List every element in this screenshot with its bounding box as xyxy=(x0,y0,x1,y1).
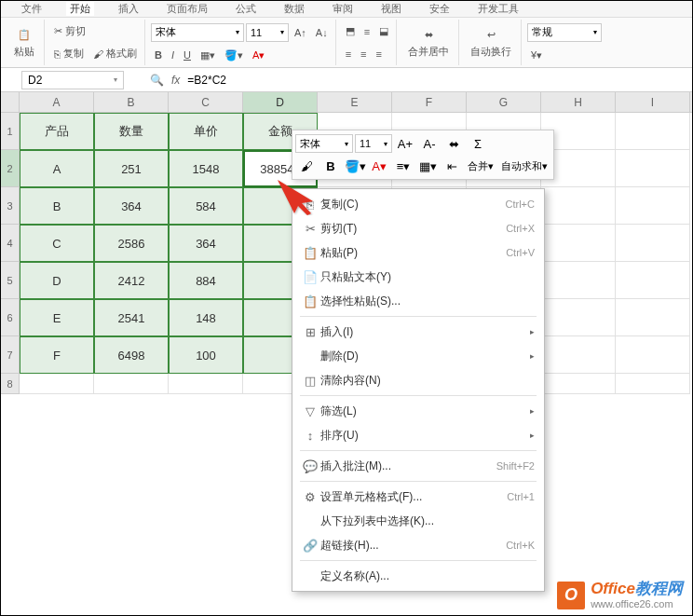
align-bottom-button[interactable]: ⬓ xyxy=(375,24,392,38)
cell-H6[interactable] xyxy=(541,299,616,336)
col-header-F[interactable]: F xyxy=(392,92,467,112)
wrap-text-button[interactable]: ↩ 自动换行 xyxy=(465,24,517,61)
ribbon-tab-dev[interactable]: 开发工具 xyxy=(474,2,523,16)
ribbon-tab-review[interactable]: 审阅 xyxy=(329,2,357,16)
menu-insert[interactable]: ⊞插入(I)▸ xyxy=(292,320,544,344)
cell-C4[interactable]: 364 xyxy=(169,225,243,262)
align-center-button[interactable]: ≡ xyxy=(357,48,370,61)
col-header-D[interactable]: D xyxy=(243,92,318,112)
cell-A5[interactable]: D xyxy=(20,262,94,299)
cell-C2[interactable]: 1548 xyxy=(169,150,243,187)
mini-font-size-dropdown[interactable]: 11▾ xyxy=(355,134,392,153)
bold-button[interactable]: B xyxy=(151,48,166,62)
ribbon-tab-formula[interactable]: 公式 xyxy=(232,2,260,16)
cell-I2[interactable] xyxy=(616,150,690,187)
menu-cut[interactable]: ✂剪切(T)Ctrl+X xyxy=(292,216,544,240)
ribbon-tab-view[interactable]: 视图 xyxy=(377,2,405,16)
cell[interactable] xyxy=(94,374,169,394)
cell-I3[interactable] xyxy=(616,187,690,225)
mini-align-button[interactable]: ≡▾ xyxy=(392,156,414,176)
currency-button[interactable]: ¥▾ xyxy=(527,48,546,62)
mini-font-shrink-button[interactable]: A- xyxy=(418,133,441,154)
ribbon-tab-security[interactable]: 安全 xyxy=(426,2,454,16)
menu-paste-special[interactable]: 📋选择性粘贴(S)... xyxy=(292,289,544,313)
row-header-2[interactable]: 2 xyxy=(1,150,20,187)
mini-fill-color-button[interactable]: 🪣▾ xyxy=(344,156,366,176)
cell-B2[interactable]: 251 xyxy=(94,150,169,187)
fill-color-button[interactable]: 🪣▾ xyxy=(221,48,247,62)
font-color-button[interactable]: A▾ xyxy=(249,48,268,62)
mini-format-painter-button[interactable]: 🖌 xyxy=(295,156,318,176)
cell-C3[interactable]: 584 xyxy=(169,187,243,225)
col-header-G[interactable]: G xyxy=(467,92,541,112)
cell-A6[interactable]: E xyxy=(20,299,94,336)
cell-H5[interactable] xyxy=(541,262,616,299)
merge-center-button[interactable]: ⬌ 合并居中 xyxy=(402,24,455,61)
format-painter-button[interactable]: 🖌格式刷 xyxy=(89,46,141,62)
mini-merge-icon-button[interactable]: ⬌ xyxy=(442,133,465,154)
cell-I1[interactable] xyxy=(616,113,690,150)
cell[interactable] xyxy=(169,374,243,394)
name-box-dropdown-icon[interactable]: ▾ xyxy=(114,75,117,84)
mini-bold-button[interactable]: B xyxy=(319,156,342,176)
name-box[interactable]: D2 ▾ xyxy=(21,71,124,89)
mini-indent-button[interactable]: ⇤ xyxy=(441,156,463,176)
search-icon[interactable]: 🔍 xyxy=(150,74,164,87)
menu-delete[interactable]: 删除(D)▸ xyxy=(292,344,544,368)
font-family-dropdown[interactable]: 宋体▾ xyxy=(151,23,244,42)
menu-filter[interactable]: ▽筛选(L)▸ xyxy=(292,399,544,423)
row-header-8[interactable]: 8 xyxy=(1,374,20,394)
menu-hyperlink[interactable]: 🔗超链接(H)...Ctrl+K xyxy=(292,533,544,557)
cell-A7[interactable]: F xyxy=(20,336,94,374)
border-button[interactable]: ▦▾ xyxy=(197,48,219,62)
cell-B5[interactable]: 2412 xyxy=(94,262,169,299)
cell-C1[interactable]: 单价 xyxy=(169,113,243,150)
menu-paste-text[interactable]: 📄只粘贴文本(Y) xyxy=(292,265,544,289)
cell-A3[interactable]: B xyxy=(20,187,94,225)
cell-C6[interactable]: 148 xyxy=(169,299,243,336)
cell-I4[interactable] xyxy=(616,225,690,262)
paste-button[interactable]: 📋 粘贴 xyxy=(8,24,40,61)
col-header-I[interactable]: I xyxy=(616,92,690,112)
number-format-dropdown[interactable]: 常规▾ xyxy=(527,23,602,42)
mini-autosum-icon-button[interactable]: Σ xyxy=(467,133,489,154)
row-header-1[interactable]: 1 xyxy=(1,113,20,150)
cell-I7[interactable] xyxy=(616,336,690,374)
cell-H3[interactable] xyxy=(541,187,616,225)
ribbon-tab-data[interactable]: 数据 xyxy=(280,2,308,16)
mini-autosum-button[interactable]: 自动求和▾ xyxy=(498,156,550,176)
font-grow-button[interactable]: A↑ xyxy=(291,26,310,39)
select-all-corner[interactable] xyxy=(1,92,20,112)
col-header-H[interactable]: H xyxy=(541,92,616,112)
cell-I5[interactable] xyxy=(616,262,690,299)
col-header-E[interactable]: E xyxy=(318,92,392,112)
cell-B4[interactable]: 2586 xyxy=(94,225,169,262)
menu-copy[interactable]: ⎘复制(C)Ctrl+C xyxy=(292,192,544,216)
cell-A4[interactable]: C xyxy=(20,225,94,262)
menu-format-cells[interactable]: ⚙设置单元格格式(F)...Ctrl+1 xyxy=(292,485,544,509)
cell-A1[interactable]: 产品 xyxy=(20,113,94,150)
cell-H4[interactable] xyxy=(541,225,616,262)
ribbon-tab-layout[interactable]: 页面布局 xyxy=(163,2,211,16)
menu-clear[interactable]: ◫清除内容(N) xyxy=(292,368,544,392)
align-top-button[interactable]: ⬒ xyxy=(342,24,359,38)
menu-paste[interactable]: 📋粘贴(P)Ctrl+V xyxy=(292,240,544,265)
font-size-dropdown[interactable]: 11▾ xyxy=(246,23,289,42)
cut-button[interactable]: ✂剪切 xyxy=(50,23,141,39)
cell[interactable] xyxy=(20,374,94,394)
ribbon-tab-file[interactable]: 文件 xyxy=(18,2,46,16)
menu-sort[interactable]: ↕排序(U)▸ xyxy=(292,423,544,447)
mini-font-family-dropdown[interactable]: 宋体▾ xyxy=(295,134,353,153)
row-header-7[interactable]: 7 xyxy=(1,336,20,374)
row-header-3[interactable]: 3 xyxy=(1,187,20,225)
row-header-5[interactable]: 5 xyxy=(1,262,20,299)
col-header-A[interactable]: A xyxy=(20,92,94,112)
cell[interactable] xyxy=(616,374,690,394)
font-shrink-button[interactable]: A↓ xyxy=(312,26,332,39)
ribbon-tab-insert[interactable]: 插入 xyxy=(115,2,143,16)
align-middle-button[interactable]: ≡ xyxy=(360,25,374,38)
formula-input[interactable] xyxy=(187,74,327,87)
align-left-button[interactable]: ≡ xyxy=(342,48,355,61)
align-right-button[interactable]: ≡ xyxy=(373,48,386,61)
cell-I6[interactable] xyxy=(616,299,690,336)
